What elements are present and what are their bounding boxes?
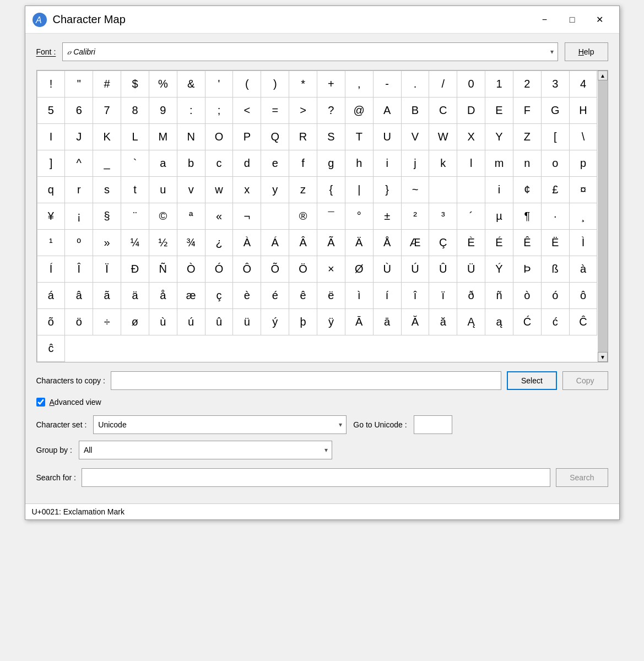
char-cell[interactable]: 4 xyxy=(570,71,598,97)
char-cell[interactable]: 6 xyxy=(65,97,93,124)
char-cell[interactable]: Ò xyxy=(177,256,205,283)
char-cell[interactable]: ó xyxy=(542,283,570,309)
char-cell[interactable]: Ą xyxy=(457,309,485,335)
char-cell[interactable]: Ā xyxy=(345,309,374,335)
char-cell[interactable]: & xyxy=(177,71,205,97)
char-cell[interactable]: I xyxy=(37,124,66,150)
char-cell[interactable]: F xyxy=(513,97,542,124)
char-cell[interactable]: c xyxy=(205,150,234,177)
char-cell[interactable]: m xyxy=(485,150,513,177)
char-cell[interactable]: Â xyxy=(289,230,317,256)
char-cell[interactable] xyxy=(457,177,485,203)
search-input[interactable] xyxy=(82,468,550,487)
scroll-up-button[interactable]: ▲ xyxy=(598,71,608,80)
char-cell[interactable]: q xyxy=(37,177,66,203)
char-cell[interactable]: @ xyxy=(345,97,374,124)
font-select[interactable]: 𝑜 Calibri xyxy=(62,42,558,61)
char-cell[interactable]: À xyxy=(233,230,261,256)
char-cell[interactable]: e xyxy=(261,150,289,177)
char-cell[interactable]: ° xyxy=(345,203,374,230)
char-cell[interactable]: $ xyxy=(121,71,149,97)
char-cell[interactable]: / xyxy=(429,71,457,97)
char-cell[interactable]: j xyxy=(402,150,430,177)
char-cell[interactable]: Ç xyxy=(429,230,457,256)
char-cell[interactable]: è xyxy=(233,283,261,309)
char-cell[interactable]: L xyxy=(121,124,149,150)
char-cell[interactable]: K xyxy=(93,124,121,150)
char-cell[interactable]: . xyxy=(402,71,430,97)
char-cell[interactable]: Ö xyxy=(289,256,317,283)
char-cell[interactable]: ð xyxy=(457,283,485,309)
char-cell[interactable]: ê xyxy=(289,283,317,309)
char-cell[interactable]: Ú xyxy=(402,256,430,283)
char-cell[interactable]: ¬ xyxy=(233,203,261,230)
char-cell[interactable]: ¶ xyxy=(513,203,542,230)
char-cell[interactable]: 7 xyxy=(93,97,121,124)
char-cell[interactable]: ¸ xyxy=(570,203,598,230)
char-cell[interactable]: Ù xyxy=(374,256,402,283)
char-cell[interactable]: ÷ xyxy=(93,309,121,335)
char-cell[interactable]: 1 xyxy=(485,71,513,97)
char-cell[interactable]: 8 xyxy=(121,97,149,124)
char-cell[interactable]: _ xyxy=(93,150,121,177)
char-cell[interactable]: M xyxy=(149,124,177,150)
char-cell[interactable]: ¥ xyxy=(37,203,66,230)
char-cell[interactable]: ÿ xyxy=(317,309,345,335)
char-cell[interactable]: Ä xyxy=(345,230,374,256)
char-cell[interactable]: 2 xyxy=(513,71,542,97)
char-cell[interactable]: P xyxy=(233,124,261,150)
char-cell[interactable]: A xyxy=(374,97,402,124)
char-cell[interactable]: ă xyxy=(429,309,457,335)
char-cell[interactable]: H xyxy=(570,97,598,124)
char-cell[interactable]: ^ xyxy=(65,150,93,177)
char-cell[interactable]: Ê xyxy=(513,230,542,256)
char-cell[interactable]: u xyxy=(149,177,177,203)
char-cell[interactable]: ø xyxy=(121,309,149,335)
char-cell[interactable]: ì xyxy=(345,283,374,309)
char-cell[interactable]: ª xyxy=(177,203,205,230)
char-cell[interactable]: # xyxy=(93,71,121,97)
char-cell[interactable]: à xyxy=(570,256,598,283)
char-cell[interactable]: ~ xyxy=(402,177,430,203)
char-cell[interactable]: ò xyxy=(513,283,542,309)
char-cell[interactable]: Î xyxy=(65,256,93,283)
char-cell[interactable]: h xyxy=(345,150,374,177)
char-cell[interactable]: ² xyxy=(402,203,430,230)
char-cell[interactable]: a xyxy=(149,150,177,177)
char-cell[interactable]: W xyxy=(429,124,457,150)
scroll-down-button[interactable]: ▼ xyxy=(598,352,608,362)
char-cell[interactable]: ô xyxy=(570,283,598,309)
char-cell[interactable]: i xyxy=(485,177,513,203)
char-cell[interactable]: © xyxy=(149,203,177,230)
char-cell[interactable]: Á xyxy=(261,230,289,256)
char-cell[interactable]: Y xyxy=(485,124,513,150)
char-cell[interactable]: Ð xyxy=(121,256,149,283)
scroll-track[interactable] xyxy=(598,80,608,352)
char-cell[interactable]: Ü xyxy=(457,256,485,283)
scrollbar[interactable]: ▲ ▼ xyxy=(598,71,608,362)
char-cell[interactable]: ä xyxy=(121,283,149,309)
char-cell[interactable]: * xyxy=(289,71,317,97)
char-cell[interactable]: = xyxy=(261,97,289,124)
char-cell[interactable]: Ñ xyxy=(149,256,177,283)
char-cell[interactable]: o xyxy=(542,150,570,177)
char-cell[interactable]: É xyxy=(485,230,513,256)
chars-to-copy-input[interactable] xyxy=(111,371,501,390)
char-cell[interactable]: ´ xyxy=(457,203,485,230)
maximize-button[interactable]: □ xyxy=(560,11,585,29)
char-cell[interactable]: ; xyxy=(205,97,234,124)
char-cell[interactable]: O xyxy=(205,124,234,150)
char-cell[interactable]: Þ xyxy=(513,256,542,283)
char-cell[interactable]: : xyxy=(177,97,205,124)
char-cell[interactable]: æ xyxy=(177,283,205,309)
char-cell[interactable]: N xyxy=(177,124,205,150)
goto-input[interactable] xyxy=(414,415,452,434)
char-cell[interactable]: p xyxy=(570,150,598,177)
char-cell[interactable]: ĉ xyxy=(37,335,66,362)
char-cell[interactable]: « xyxy=(205,203,234,230)
char-cell[interactable]: Æ xyxy=(402,230,430,256)
char-cell[interactable]: Ï xyxy=(93,256,121,283)
char-cell[interactable]: ñ xyxy=(485,283,513,309)
char-cell[interactable]: t xyxy=(121,177,149,203)
char-cell[interactable]: v xyxy=(177,177,205,203)
